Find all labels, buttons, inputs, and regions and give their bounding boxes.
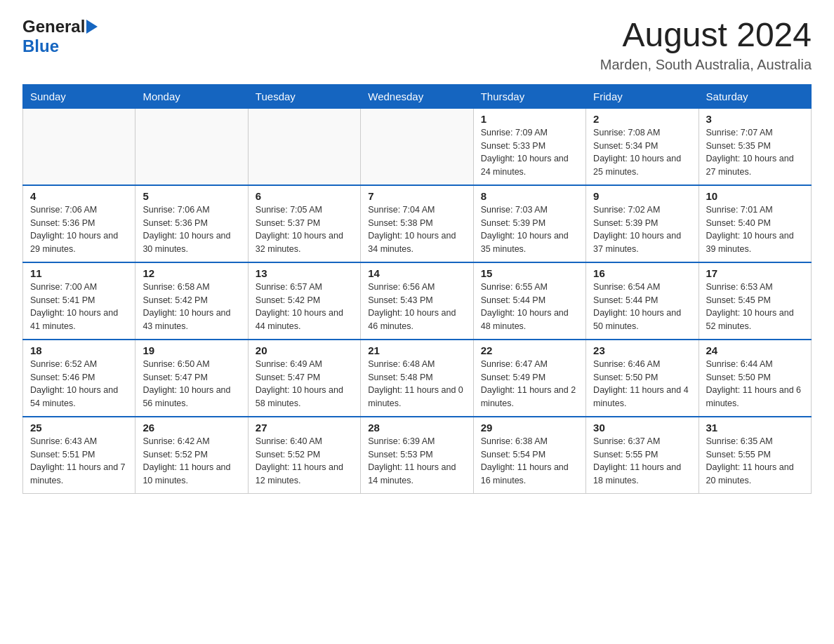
day-number: 16 xyxy=(593,267,691,279)
day-number: 27 xyxy=(256,422,353,434)
day-number: 23 xyxy=(593,344,691,356)
day-number: 1 xyxy=(481,113,578,125)
day-info: Sunrise: 7:06 AM Sunset: 5:36 PM Dayligh… xyxy=(30,203,128,256)
calendar-cell xyxy=(361,108,473,185)
day-number: 2 xyxy=(593,113,691,125)
calendar-cell: 28Sunrise: 6:39 AM Sunset: 5:53 PM Dayli… xyxy=(361,417,473,494)
day-number: 25 xyxy=(30,422,128,434)
day-number: 30 xyxy=(593,422,691,434)
day-number: 20 xyxy=(256,344,353,356)
calendar-cell: 2Sunrise: 7:08 AM Sunset: 5:34 PM Daylig… xyxy=(586,108,699,185)
title-section: August 2024 Marden, South Australia, Aus… xyxy=(600,17,812,73)
calendar-header-friday: Friday xyxy=(586,84,699,108)
month-year-title: August 2024 xyxy=(600,17,812,54)
day-info: Sunrise: 7:05 AM Sunset: 5:37 PM Dayligh… xyxy=(256,203,353,256)
day-info: Sunrise: 6:40 AM Sunset: 5:52 PM Dayligh… xyxy=(256,435,353,488)
day-info: Sunrise: 6:37 AM Sunset: 5:55 PM Dayligh… xyxy=(593,435,691,488)
day-number: 12 xyxy=(143,267,240,279)
day-info: Sunrise: 6:39 AM Sunset: 5:53 PM Dayligh… xyxy=(368,435,465,488)
day-number: 13 xyxy=(256,267,353,279)
calendar-cell: 25Sunrise: 6:43 AM Sunset: 5:51 PM Dayli… xyxy=(23,417,135,494)
calendar-week-row: 25Sunrise: 6:43 AM Sunset: 5:51 PM Dayli… xyxy=(23,417,812,494)
calendar-cell: 3Sunrise: 7:07 AM Sunset: 5:35 PM Daylig… xyxy=(699,108,811,185)
day-number: 19 xyxy=(143,344,240,356)
calendar-header-sunday: Sunday xyxy=(23,84,135,108)
day-number: 10 xyxy=(706,190,804,202)
calendar-cell: 5Sunrise: 7:06 AM Sunset: 5:36 PM Daylig… xyxy=(135,185,248,262)
page-header: General Blue August 2024 Marden, South A… xyxy=(22,17,812,73)
calendar-cell: 9Sunrise: 7:02 AM Sunset: 5:39 PM Daylig… xyxy=(586,185,699,262)
day-info: Sunrise: 7:09 AM Sunset: 5:33 PM Dayligh… xyxy=(481,126,578,179)
calendar-cell: 20Sunrise: 6:49 AM Sunset: 5:47 PM Dayli… xyxy=(248,340,360,417)
calendar-cell: 29Sunrise: 6:38 AM Sunset: 5:54 PM Dayli… xyxy=(473,417,585,494)
day-info: Sunrise: 6:56 AM Sunset: 5:43 PM Dayligh… xyxy=(368,281,465,333)
calendar-cell: 8Sunrise: 7:03 AM Sunset: 5:39 PM Daylig… xyxy=(473,185,585,262)
day-info: Sunrise: 6:47 AM Sunset: 5:49 PM Dayligh… xyxy=(481,358,578,410)
day-number: 8 xyxy=(481,190,578,202)
day-info: Sunrise: 7:04 AM Sunset: 5:38 PM Dayligh… xyxy=(368,203,465,256)
day-number: 9 xyxy=(593,190,691,202)
calendar-cell: 10Sunrise: 7:01 AM Sunset: 5:40 PM Dayli… xyxy=(699,185,811,262)
day-number: 29 xyxy=(481,422,578,434)
calendar-cell: 30Sunrise: 6:37 AM Sunset: 5:55 PM Dayli… xyxy=(586,417,699,494)
day-info: Sunrise: 6:42 AM Sunset: 5:52 PM Dayligh… xyxy=(143,435,240,488)
day-info: Sunrise: 6:44 AM Sunset: 5:50 PM Dayligh… xyxy=(706,358,804,410)
day-info: Sunrise: 6:52 AM Sunset: 5:46 PM Dayligh… xyxy=(30,358,128,410)
calendar-header-thursday: Thursday xyxy=(473,84,585,108)
day-number: 11 xyxy=(30,267,128,279)
calendar-cell: 6Sunrise: 7:05 AM Sunset: 5:37 PM Daylig… xyxy=(248,185,360,262)
calendar-week-row: 11Sunrise: 7:00 AM Sunset: 5:41 PM Dayli… xyxy=(23,262,812,340)
day-info: Sunrise: 6:43 AM Sunset: 5:51 PM Dayligh… xyxy=(30,435,128,488)
logo-general: General xyxy=(22,17,85,36)
day-info: Sunrise: 6:57 AM Sunset: 5:42 PM Dayligh… xyxy=(256,281,353,333)
day-info: Sunrise: 6:46 AM Sunset: 5:50 PM Dayligh… xyxy=(593,358,691,410)
calendar-week-row: 4Sunrise: 7:06 AM Sunset: 5:36 PM Daylig… xyxy=(23,185,812,262)
calendar-cell: 21Sunrise: 6:48 AM Sunset: 5:48 PM Dayli… xyxy=(361,340,473,417)
day-info: Sunrise: 6:38 AM Sunset: 5:54 PM Dayligh… xyxy=(481,435,578,488)
location-subtitle: Marden, South Australia, Australia xyxy=(600,57,812,73)
calendar-header-tuesday: Tuesday xyxy=(248,84,360,108)
day-number: 26 xyxy=(143,422,240,434)
calendar-cell: 31Sunrise: 6:35 AM Sunset: 5:55 PM Dayli… xyxy=(699,417,811,494)
day-number: 7 xyxy=(368,190,465,202)
calendar-cell: 13Sunrise: 6:57 AM Sunset: 5:42 PM Dayli… xyxy=(248,262,360,340)
day-number: 15 xyxy=(481,267,578,279)
day-number: 3 xyxy=(706,113,804,125)
day-number: 17 xyxy=(706,267,804,279)
calendar-cell: 22Sunrise: 6:47 AM Sunset: 5:49 PM Dayli… xyxy=(473,340,585,417)
calendar-cell: 11Sunrise: 7:00 AM Sunset: 5:41 PM Dayli… xyxy=(23,262,135,340)
day-info: Sunrise: 7:00 AM Sunset: 5:41 PM Dayligh… xyxy=(30,281,128,333)
day-number: 6 xyxy=(256,190,353,202)
day-info: Sunrise: 6:48 AM Sunset: 5:48 PM Dayligh… xyxy=(368,358,465,410)
day-number: 28 xyxy=(368,422,465,434)
day-number: 5 xyxy=(143,190,240,202)
day-info: Sunrise: 6:49 AM Sunset: 5:47 PM Dayligh… xyxy=(256,358,353,410)
day-info: Sunrise: 6:53 AM Sunset: 5:45 PM Dayligh… xyxy=(706,281,804,333)
calendar-cell: 18Sunrise: 6:52 AM Sunset: 5:46 PM Dayli… xyxy=(23,340,135,417)
calendar-week-row: 18Sunrise: 6:52 AM Sunset: 5:46 PM Dayli… xyxy=(23,340,812,417)
day-info: Sunrise: 6:55 AM Sunset: 5:44 PM Dayligh… xyxy=(481,281,578,333)
day-info: Sunrise: 7:02 AM Sunset: 5:39 PM Dayligh… xyxy=(593,203,691,256)
day-number: 22 xyxy=(481,344,578,356)
day-number: 14 xyxy=(368,267,465,279)
calendar-cell: 26Sunrise: 6:42 AM Sunset: 5:52 PM Dayli… xyxy=(135,417,248,494)
day-number: 24 xyxy=(706,344,804,356)
day-number: 4 xyxy=(30,190,128,202)
calendar-cell: 12Sunrise: 6:58 AM Sunset: 5:42 PM Dayli… xyxy=(135,262,248,340)
calendar-cell: 14Sunrise: 6:56 AM Sunset: 5:43 PM Dayli… xyxy=(361,262,473,340)
calendar-cell: 7Sunrise: 7:04 AM Sunset: 5:38 PM Daylig… xyxy=(361,185,473,262)
calendar-header-row: SundayMondayTuesdayWednesdayThursdayFrid… xyxy=(23,84,812,108)
logo-blue: Blue xyxy=(22,36,59,56)
day-info: Sunrise: 7:01 AM Sunset: 5:40 PM Dayligh… xyxy=(706,203,804,256)
logo: General Blue xyxy=(22,17,98,56)
calendar-cell: 19Sunrise: 6:50 AM Sunset: 5:47 PM Dayli… xyxy=(135,340,248,417)
calendar-cell xyxy=(248,108,360,185)
calendar-cell: 16Sunrise: 6:54 AM Sunset: 5:44 PM Dayli… xyxy=(586,262,699,340)
calendar-cell: 17Sunrise: 6:53 AM Sunset: 5:45 PM Dayli… xyxy=(699,262,811,340)
calendar-cell: 4Sunrise: 7:06 AM Sunset: 5:36 PM Daylig… xyxy=(23,185,135,262)
day-info: Sunrise: 6:58 AM Sunset: 5:42 PM Dayligh… xyxy=(143,281,240,333)
day-info: Sunrise: 6:35 AM Sunset: 5:55 PM Dayligh… xyxy=(706,435,804,488)
calendar-table: SundayMondayTuesdayWednesdayThursdayFrid… xyxy=(22,84,812,494)
day-info: Sunrise: 7:08 AM Sunset: 5:34 PM Dayligh… xyxy=(593,126,691,179)
day-info: Sunrise: 7:06 AM Sunset: 5:36 PM Dayligh… xyxy=(143,203,240,256)
